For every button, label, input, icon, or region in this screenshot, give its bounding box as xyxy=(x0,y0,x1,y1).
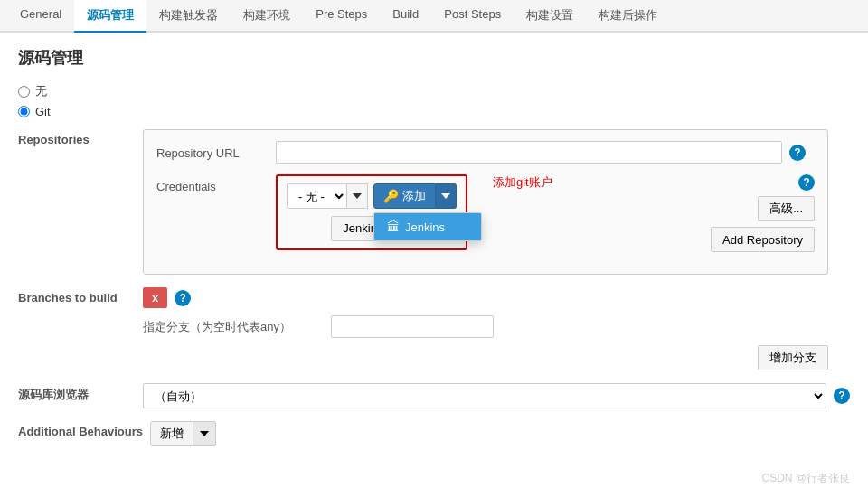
credentials-label: Credentials xyxy=(156,174,265,193)
new-btn-group: 新增 xyxy=(150,421,850,446)
add-credentials-button[interactable]: 🔑 添加 xyxy=(373,183,436,209)
tab-source[interactable]: 源码管理 xyxy=(74,0,146,33)
radio-git-label: Git xyxy=(35,105,51,118)
branch-field-label: 指定分支（为空时代表any） xyxy=(143,319,324,335)
repositories-section: Repositories Repository URL https://gite… xyxy=(18,129,850,275)
radio-none-label: 无 xyxy=(35,83,47,99)
browser-select[interactable]: （自动） xyxy=(143,383,826,408)
credentials-select[interactable]: - 无 - xyxy=(287,183,347,209)
tab-settings[interactable]: 构建设置 xyxy=(514,0,586,33)
branch-row: x ? xyxy=(143,287,850,308)
add-arrow-icon xyxy=(441,193,450,199)
tab-poststeps[interactable]: Post Steps xyxy=(431,0,514,33)
add-credentials-arrow[interactable] xyxy=(436,183,457,209)
delete-branch-button[interactable]: x xyxy=(143,287,167,308)
main-content: 源码管理 无 Git Repositories Repository URL h… xyxy=(0,33,868,497)
browser-section: 源码库浏览器 （自动） ? xyxy=(18,383,850,408)
additional-content: 新增 xyxy=(150,421,850,446)
repo-url-label: Repository URL xyxy=(156,141,265,160)
credentials-controls: - 无 - 🔑 添加 xyxy=(287,183,457,209)
additional-label: Additional Behaviours xyxy=(18,421,143,438)
repo-url-content: https://gitee.com/hsnetstart/demo-jenkin… xyxy=(276,141,815,164)
add-btn-group: 🔑 添加 🏛 xyxy=(373,183,457,209)
repositories-label: Repositories xyxy=(18,129,136,146)
key-icon: 🔑 xyxy=(383,189,399,203)
credentials-help-icon[interactable]: ? xyxy=(798,174,815,191)
new-behaviour-button[interactable]: 新增 xyxy=(150,421,193,446)
page-title: 源码管理 xyxy=(18,47,850,69)
credentials-dropdown: 🏛 Jenkins xyxy=(373,212,482,241)
credentials-arrow-icon xyxy=(353,193,362,199)
radio-git-input[interactable] xyxy=(18,106,30,117)
side-buttons: ? 高级... Add Repository xyxy=(711,174,815,252)
add-git-account-text: 添加git账户 xyxy=(493,174,552,191)
branches-help-icon[interactable]: ? xyxy=(175,290,191,306)
new-behaviour-arrow[interactable] xyxy=(193,421,216,446)
advanced-button[interactable]: 高级... xyxy=(758,196,815,221)
branch-input-row: 指定分支（为空时代表any） */master xyxy=(143,315,850,338)
add-repository-button[interactable]: Add Repository xyxy=(711,227,815,252)
cred-select-group: - 无 - xyxy=(287,183,368,209)
browser-content: （自动） ? xyxy=(143,383,850,408)
branches-content: x ? 指定分支（为空时代表any） */master 增加分支 xyxy=(143,287,850,370)
tabs-bar: General 源码管理 构建触发器 构建环境 Pre Steps Build … xyxy=(0,0,868,33)
credentials-select-arrow[interactable] xyxy=(347,183,368,209)
repo-url-row: Repository URL https://gitee.com/hsnetst… xyxy=(156,141,815,164)
credentials-box: - 无 - 🔑 添加 xyxy=(276,174,467,250)
additional-section: Additional Behaviours 新增 xyxy=(18,421,850,446)
branches-section: Branches to build x ? 指定分支（为空时代表any） */m… xyxy=(18,287,850,370)
branch-input[interactable]: */master xyxy=(331,315,494,338)
add-branch-button[interactable]: 增加分支 xyxy=(758,345,828,370)
repo-url-input[interactable]: https://gitee.com/hsnetstart/demo-jenkin… xyxy=(276,141,782,164)
tab-env[interactable]: 构建环境 xyxy=(231,0,303,33)
radio-none: 无 xyxy=(18,83,850,99)
tab-general[interactable]: General xyxy=(7,0,74,33)
browser-row: （自动） ? xyxy=(143,383,850,408)
tab-build[interactable]: Build xyxy=(380,0,431,33)
add-button-label: 添加 xyxy=(402,188,426,204)
branches-label: Branches to build xyxy=(18,287,136,305)
radio-git: Git xyxy=(18,105,850,118)
watermark: CSDN @行者张良 xyxy=(761,471,850,486)
repo-url-help-icon[interactable]: ? xyxy=(789,145,806,161)
repositories-box: Repository URL https://gitee.com/hsnetst… xyxy=(143,129,828,275)
tab-presteps[interactable]: Pre Steps xyxy=(303,0,380,33)
tab-postbuild[interactable]: 构建后操作 xyxy=(586,0,670,33)
credentials-row: Credentials - 无 - xyxy=(156,174,815,252)
credentials-content: - 无 - 🔑 添加 xyxy=(276,174,815,252)
tab-trigger[interactable]: 构建触发器 xyxy=(146,0,231,33)
jenkins-icon: 🏛 xyxy=(387,220,400,234)
dropdown-jenkins-label: Jenkins xyxy=(405,220,445,234)
repositories-content: Repository URL https://gitee.com/hsnetst… xyxy=(143,129,850,275)
new-arrow-icon xyxy=(200,431,209,436)
dropdown-jenkins-item[interactable]: 🏛 Jenkins xyxy=(374,213,481,240)
radio-none-input[interactable] xyxy=(18,86,30,98)
browser-help-icon[interactable]: ? xyxy=(834,388,850,404)
add-branch-row: 增加分支 xyxy=(143,345,828,370)
radio-group: 无 Git xyxy=(18,83,850,118)
browser-label: 源码库浏览器 xyxy=(18,383,136,403)
